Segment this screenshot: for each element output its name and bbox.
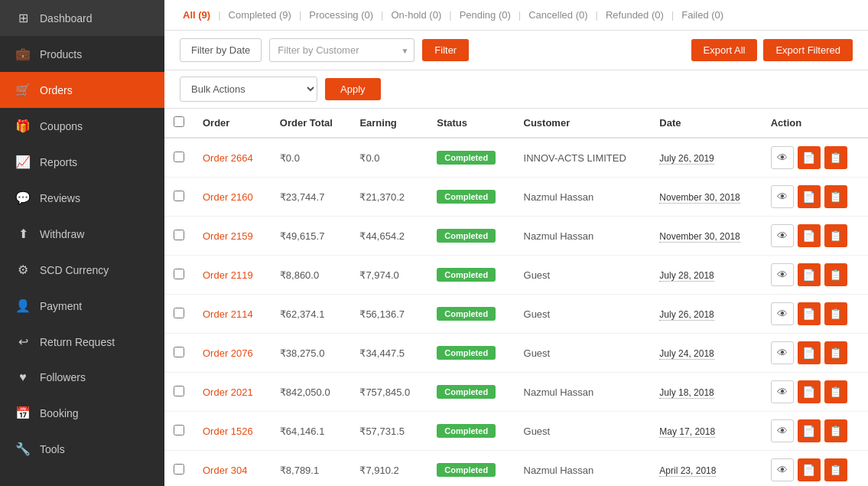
products-icon: 💼 [15, 47, 31, 61]
sidebar-item-followers[interactable]: ♥Followers [0, 360, 164, 395]
view-button-2[interactable]: 👁 [771, 224, 794, 247]
tab-separator: | [381, 9, 383, 21]
order-customer-3: Guest [515, 256, 651, 295]
delete-button-0[interactable]: 📋 [824, 146, 847, 169]
sidebar-item-orders[interactable]: 🛒Orders [0, 72, 164, 108]
view-button-5[interactable]: 👁 [771, 341, 794, 364]
order-total-3: ₹8,860.0 [271, 256, 351, 295]
row-checkbox-0[interactable] [174, 152, 184, 162]
filter-customer-select[interactable]: Filter by Customer [269, 38, 414, 62]
tab-all[interactable]: All (9) [180, 8, 213, 22]
delete-button-3[interactable]: 📋 [824, 263, 847, 286]
sidebar-item-reviews[interactable]: 💬Reviews [0, 180, 164, 216]
dashboard-icon: ⊞ [15, 11, 31, 25]
order-earning-5: ₹34,447.5 [350, 334, 427, 373]
orders-table: OrderOrder TotalEarningStatusCustomerDat… [164, 109, 868, 486]
row-checkbox-4[interactable] [174, 308, 184, 318]
edit-button-1[interactable]: 📄 [798, 185, 821, 208]
view-button-6[interactable]: 👁 [771, 380, 794, 403]
order-earning-6: ₹757,845.0 [350, 373, 427, 412]
order-link-5[interactable]: Order 2076 [203, 347, 253, 359]
delete-button-7[interactable]: 📋 [824, 419, 847, 442]
order-link-3[interactable]: Order 2119 [203, 269, 253, 281]
col-header-checkbox[interactable] [164, 109, 193, 138]
view-button-0[interactable]: 👁 [771, 146, 794, 169]
col-header-Date: Date [650, 109, 761, 138]
row-checkbox-1[interactable] [174, 191, 184, 201]
order-customer-1: Nazmul Hassan [515, 178, 651, 217]
table-body: Order 2664₹0.0₹0.0CompletedINNOV-ACTS LI… [164, 138, 868, 486]
order-link-7[interactable]: Order 1526 [203, 426, 253, 437]
order-total-1: ₹23,744.7 [271, 178, 351, 217]
bulk-actions-select[interactable]: Bulk Actions [180, 77, 317, 102]
sidebar-item-reports[interactable]: 📈Reports [0, 144, 164, 180]
edit-button-3[interactable]: 📄 [798, 263, 821, 286]
view-button-4[interactable]: 👁 [771, 302, 794, 325]
edit-button-6[interactable]: 📄 [798, 380, 821, 403]
delete-button-8[interactable]: 📋 [824, 458, 847, 481]
sidebar-item-coupons[interactable]: 🎁Coupons [0, 108, 164, 144]
order-date-4: July 26, 2018 [659, 309, 714, 321]
tab-bar: All (9)|Completed (9)|Processing (0)|On-… [164, 0, 868, 31]
sidebar-item-label-scd-currency: SCD Currency [40, 264, 109, 276]
sidebar-item-withdraw[interactable]: ⬆Withdraw [0, 216, 164, 252]
order-link-2[interactable]: Order 2159 [203, 230, 253, 242]
bulk-actions-bar: Bulk Actions Apply [164, 70, 868, 109]
order-total-0: ₹0.0 [271, 138, 351, 178]
edit-button-5[interactable]: 📄 [798, 341, 821, 364]
export-all-button[interactable]: Export All [691, 39, 758, 61]
edit-button-8[interactable]: 📄 [798, 458, 821, 481]
select-all-checkbox[interactable] [174, 116, 184, 127]
row-checkbox-7[interactable] [174, 425, 184, 435]
row-checkbox-6[interactable] [174, 386, 184, 396]
sidebar-item-label-products: Products [40, 48, 82, 60]
tab-cancelled[interactable]: Cancelled (0) [525, 8, 590, 22]
view-button-1[interactable]: 👁 [771, 185, 794, 208]
tab-refunded[interactable]: Refunded (0) [603, 8, 667, 22]
sidebar-item-products[interactable]: 💼Products [0, 36, 164, 72]
tab-processing[interactable]: Processing (0) [306, 8, 376, 22]
toolbar: Filter by Date Filter by Customer Filter… [164, 31, 868, 70]
row-checkbox-8[interactable] [174, 464, 184, 475]
order-date-0: July 26, 2019 [659, 153, 714, 165]
sidebar-item-booking[interactable]: 📅Booking [0, 395, 164, 431]
sidebar-item-dashboard[interactable]: ⊞Dashboard [0, 0, 164, 36]
status-badge-1: Completed [437, 190, 496, 204]
filter-button[interactable]: Filter [422, 39, 469, 61]
sidebar-item-return-request[interactable]: ↩Return Request [0, 324, 164, 360]
filter-date-button[interactable]: Filter by Date [180, 38, 262, 62]
order-total-8: ₹8,789.1 [271, 451, 351, 487]
view-button-8[interactable]: 👁 [771, 458, 794, 481]
edit-button-2[interactable]: 📄 [798, 224, 821, 247]
order-link-0[interactable]: Order 2664 [203, 152, 253, 164]
edit-button-0[interactable]: 📄 [798, 146, 821, 169]
view-button-7[interactable]: 👁 [771, 419, 794, 442]
sidebar-item-label-return-request: Return Request [40, 336, 115, 348]
order-link-6[interactable]: Order 2021 [203, 387, 253, 398]
row-checkbox-3[interactable] [174, 269, 184, 279]
sidebar-item-tools[interactable]: 🔧Tools [0, 431, 164, 467]
payment-icon: 👤 [15, 298, 31, 313]
delete-button-4[interactable]: 📋 [824, 302, 847, 325]
export-filtered-button[interactable]: Export Filtered [763, 39, 853, 61]
tab-completed[interactable]: Completed (9) [226, 8, 294, 22]
action-buttons-6: 👁📄📋 [771, 380, 859, 403]
order-link-1[interactable]: Order 2160 [203, 191, 253, 203]
row-checkbox-2[interactable] [174, 230, 184, 240]
delete-button-6[interactable]: 📋 [824, 380, 847, 403]
order-link-4[interactable]: Order 2114 [203, 308, 253, 320]
sidebar-item-payment[interactable]: 👤Payment [0, 288, 164, 324]
tab-failed[interactable]: Failed (0) [678, 8, 727, 22]
edit-button-7[interactable]: 📄 [798, 419, 821, 442]
edit-button-4[interactable]: 📄 [798, 302, 821, 325]
tab-pending[interactable]: Pending (0) [457, 8, 514, 22]
delete-button-2[interactable]: 📋 [824, 224, 847, 247]
sidebar-item-scd-currency[interactable]: ⚙SCD Currency [0, 252, 164, 288]
row-checkbox-5[interactable] [174, 347, 184, 357]
apply-button[interactable]: Apply [325, 78, 381, 100]
delete-button-5[interactable]: 📋 [824, 341, 847, 364]
order-link-8[interactable]: Order 304 [203, 465, 248, 476]
tab-on-hold[interactable]: On-hold (0) [388, 8, 444, 22]
view-button-3[interactable]: 👁 [771, 263, 794, 286]
delete-button-1[interactable]: 📋 [824, 185, 847, 208]
